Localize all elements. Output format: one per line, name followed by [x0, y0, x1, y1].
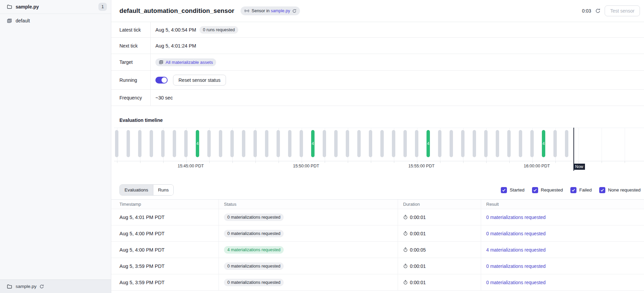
result-link[interactable]: 0 materializations requested: [486, 263, 546, 269]
timeline-bar[interactable]: [115, 130, 118, 157]
evaluation-timeline-chart: 4444 15:45:00 PDT15:50:00 PDT15:55:00 PD…: [114, 128, 644, 171]
timeline-bar[interactable]: [150, 130, 153, 157]
detail-label: Latest tick: [111, 22, 151, 37]
timeline-bar[interactable]: [507, 130, 511, 157]
timeline-bar[interactable]: [392, 130, 395, 157]
timeline-bar[interactable]: 4: [311, 130, 315, 157]
timeline-bar[interactable]: [334, 130, 338, 157]
checkbox-label: Requested: [541, 187, 563, 193]
column-header-status: Status: [219, 200, 398, 209]
frequency-value: ~30 sec: [155, 95, 173, 100]
filter-checkbox-started[interactable]: Started: [501, 187, 525, 193]
timeline-bar[interactable]: [380, 130, 384, 157]
timeline-bar-label: 4: [427, 141, 430, 146]
timeline-bar[interactable]: [219, 130, 222, 157]
timeline-bar[interactable]: 4: [196, 130, 199, 157]
timeline-bar-label: 4: [196, 141, 199, 146]
timeline-bar[interactable]: [207, 130, 211, 157]
timeline-bar[interactable]: [415, 130, 418, 157]
timeline-bar[interactable]: [519, 130, 522, 157]
timeline-bar[interactable]: [553, 130, 557, 157]
detail-label: Target: [111, 54, 151, 70]
timeline-bar[interactable]: [230, 130, 234, 157]
timeline-bar[interactable]: [253, 130, 257, 157]
timeline-axis-label: 16:00:00 PDT: [524, 164, 550, 168]
timeline-bar[interactable]: [173, 130, 176, 157]
detail-row-next-tick: Next tick Aug 5, 4:01:24 PM: [111, 38, 644, 54]
checkbox-checked-icon[interactable]: [570, 187, 576, 193]
status-badge: 0 materializations requested: [224, 230, 284, 237]
timeline-plot-area: [114, 128, 644, 161]
timeline-bar[interactable]: [265, 130, 268, 157]
result-link[interactable]: 0 materializations requested: [486, 231, 546, 236]
timeline-bar[interactable]: [438, 130, 441, 157]
filter-checkbox-failed[interactable]: Failed: [570, 187, 592, 193]
page-header: default_automation_condition_sensor Sens…: [111, 0, 644, 22]
timeline-bar[interactable]: [300, 130, 303, 157]
tab-evaluations[interactable]: Evaluations: [120, 185, 153, 195]
asset-group-icon: [159, 60, 164, 65]
column-header-timestamp: Timestamp: [111, 200, 219, 209]
timeline-bar[interactable]: [161, 130, 165, 157]
timeline-bar[interactable]: [403, 130, 407, 157]
timestamp-cell: Aug 5, 3:59 PM PDT: [119, 280, 165, 285]
sidebar-footer[interactable]: sample.py: [0, 279, 111, 293]
stopwatch-icon: [403, 280, 408, 285]
tab-runs[interactable]: Runs: [153, 185, 174, 195]
timestamp-cell: Aug 5, 3:59 PM PDT: [119, 263, 165, 269]
timeline-bar[interactable]: [138, 130, 141, 157]
timeline-bar[interactable]: 4: [542, 130, 545, 157]
latest-tick-value: Aug 5, 4:00:54 PM: [155, 27, 196, 33]
item-count-badge: 1: [98, 3, 107, 11]
checkbox-checked-icon[interactable]: [501, 187, 507, 193]
timeline-bar[interactable]: [484, 130, 488, 157]
timeline-bar[interactable]: [277, 130, 280, 157]
target-link[interactable]: All materializable assets: [166, 60, 213, 65]
timeline-bar-label: 4: [312, 141, 314, 146]
timeline-title: Evaluation timeline: [119, 117, 644, 123]
target-badge[interactable]: All materializable assets: [155, 58, 216, 66]
sensor-location-link[interactable]: sample.py: [271, 8, 290, 13]
timeline-bar[interactable]: [450, 130, 453, 157]
timeline-bar[interactable]: [530, 130, 534, 157]
timestamp-cell: Aug 5, 4:00 PM PDT: [119, 247, 165, 253]
timeline-bar[interactable]: [357, 130, 361, 157]
timeline-bar[interactable]: [288, 130, 291, 157]
sidebar-code-location-row[interactable]: sample.py 1: [0, 0, 111, 14]
filter-checkbox-requested[interactable]: Requested: [532, 187, 563, 193]
test-sensor-button[interactable]: Test sensor: [605, 5, 640, 16]
runs-requested-badge: 0 runs requested: [200, 26, 238, 34]
timeline-bar[interactable]: [496, 130, 499, 157]
running-toggle[interactable]: [155, 77, 168, 84]
timeline-bar[interactable]: [565, 130, 568, 157]
timeline-bar-label: 4: [543, 141, 545, 146]
filter-checkbox-none-requested[interactable]: None requested: [599, 187, 641, 193]
timeline-bar[interactable]: [473, 130, 476, 157]
timeline-bar[interactable]: [127, 130, 130, 157]
table-row: Aug 5, 4:01 PM PDT0 materializations req…: [111, 209, 644, 225]
sensor-details: Latest tick Aug 5, 4:00:54 PM 0 runs req…: [111, 22, 644, 106]
timeline-bar[interactable]: 4: [427, 130, 430, 157]
checkbox-checked-icon[interactable]: [599, 187, 605, 193]
sidebar-item-asset-group[interactable]: default: [0, 14, 111, 28]
timeline-bar[interactable]: [184, 130, 188, 157]
timeline-bar[interactable]: [369, 130, 372, 157]
result-link[interactable]: 0 materializations requested: [486, 215, 546, 220]
checkbox-label: Started: [510, 187, 525, 193]
timeline-bar[interactable]: [461, 130, 465, 157]
tick-countdown: 0:03: [582, 8, 591, 14]
checkbox-checked-icon[interactable]: [532, 187, 538, 193]
stopwatch-icon: [403, 215, 408, 220]
badge-refresh-icon[interactable]: [292, 9, 297, 13]
table-row: Aug 5, 4:00 PM PDT4 materializations req…: [111, 242, 644, 258]
timeline-bar[interactable]: [346, 130, 349, 157]
reload-location-icon[interactable]: [39, 284, 44, 289]
now-marker-tooltip: Now: [573, 164, 585, 170]
result-link[interactable]: 0 materializations requested: [486, 280, 546, 285]
evaluations-table: Timestamp Status Duration Result Aug 5, …: [111, 199, 644, 291]
result-link[interactable]: 4 materializations requested: [486, 247, 546, 253]
refresh-button[interactable]: [595, 8, 601, 14]
reset-sensor-status-button[interactable]: Reset sensor status: [173, 75, 226, 86]
timeline-bar[interactable]: [242, 130, 245, 157]
timeline-bar[interactable]: [323, 130, 326, 157]
